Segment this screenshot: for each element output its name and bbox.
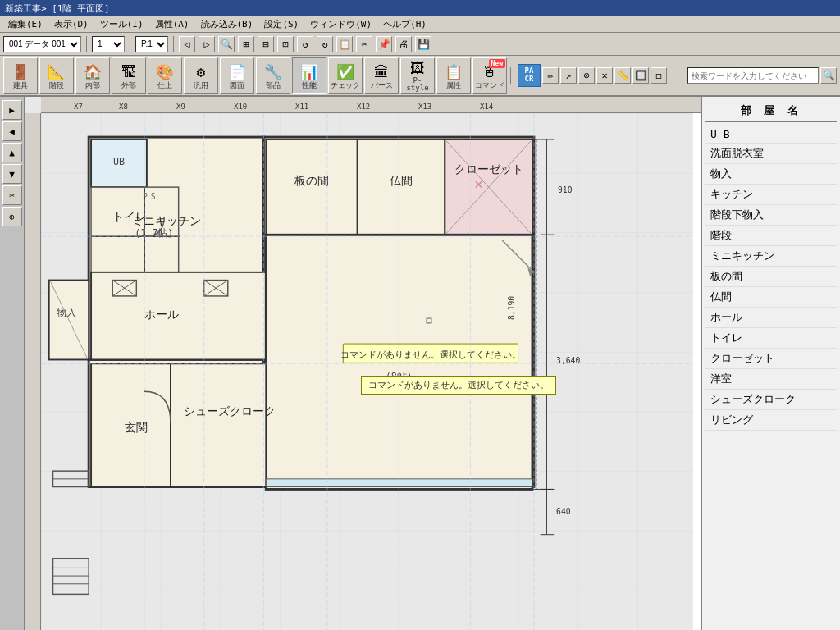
room-item-13[interactable]: シューズクローク: [705, 390, 837, 410]
left-tool-5[interactable]: ✂: [2, 185, 22, 205]
monoiri-label: 物入: [57, 307, 76, 318]
left-tool-4[interactable]: ▼: [2, 164, 22, 184]
search-input[interactable]: [687, 67, 819, 84]
room-item-9[interactable]: ホール: [705, 308, 837, 328]
tb-icon-12[interactable]: 🖨: [395, 36, 412, 52]
rt-icon-1[interactable]: ✏: [542, 67, 559, 84]
menu-help[interactable]: ヘルプ(H): [378, 16, 431, 32]
tb-icon-4[interactable]: ⊞: [238, 36, 254, 52]
room-list-header: 部 屋 名: [705, 100, 837, 122]
room-item-1[interactable]: 洗面脱衣室: [705, 144, 837, 164]
tool-shiage[interactable]: 🎨 仕上: [148, 57, 182, 94]
tb-icon-1[interactable]: ◁: [179, 36, 195, 52]
sep3: [173, 36, 174, 52]
room-item-2[interactable]: 物入: [705, 164, 837, 185]
buhin-label: 部品: [266, 82, 281, 89]
page-combo[interactable]: P.1: [135, 36, 168, 52]
tb-icon-10[interactable]: ✂: [356, 36, 372, 52]
dim-910: 910: [558, 185, 573, 194]
room-item-14[interactable]: リビング: [705, 410, 837, 431]
left-panel: ▶ ◀ ▲ ▼ ✂ ⊕: [0, 97, 25, 630]
menu-attr[interactable]: 属性(A): [150, 16, 194, 32]
tb-icon-11[interactable]: 📌: [376, 36, 392, 52]
tb-icon-13[interactable]: 💾: [415, 36, 431, 52]
pa-cr-button[interactable]: PA CR: [518, 64, 541, 87]
tb-icon-9[interactable]: 📋: [336, 36, 353, 52]
room-item-10[interactable]: トイレ: [705, 328, 837, 349]
left-tool-2[interactable]: ◀: [2, 121, 22, 141]
check-label: チェック: [331, 82, 360, 89]
title-text: 新築工事> [1階 平面図]: [5, 2, 110, 15]
rt-icon-3[interactable]: ⊘: [578, 67, 595, 84]
menu-bar: 編集(E) 表示(D) ツール(I) 属性(A) 読み込み(B) 設定(S) ウ…: [0, 16, 840, 33]
tool-check[interactable]: ✅ チェック: [328, 57, 363, 94]
seino-label: 性能: [302, 82, 317, 89]
tool-pstyle[interactable]: 🖼 P-style: [400, 57, 435, 94]
menu-settings[interactable]: 設定(S): [259, 16, 304, 32]
kaidan-icon: 📐: [47, 62, 66, 81]
dim-8190: 8,190: [507, 296, 516, 320]
menu-import[interactable]: 読み込み(B): [196, 16, 258, 32]
search-bar: 🔍: [687, 67, 837, 84]
tool-kengu[interactable]: 🚪 建具: [3, 57, 38, 94]
room-item-11[interactable]: クローゼット: [705, 349, 837, 369]
rt-icon-6[interactable]: 🔲: [632, 67, 649, 84]
menu-view[interactable]: 表示(D): [49, 16, 94, 32]
right-panel: 部 屋 名 U B洗面脱衣室物入キッチン階段下物入階段ミニキッチン板の間仏間ホー…: [701, 97, 840, 630]
search-icon[interactable]: 🔍: [820, 67, 837, 84]
room-item-0[interactable]: U B: [705, 126, 837, 144]
buhin-icon: 🔧: [263, 62, 283, 81]
tb-icon-6[interactable]: ⊡: [277, 36, 294, 52]
minikitchen-label: ミニキッチン: [132, 214, 201, 227]
left-tool-6[interactable]: ⊕: [2, 207, 22, 226]
menu-tools[interactable]: ツール(I): [95, 16, 148, 32]
ruler-x8: X8: [119, 103, 128, 111]
room-item-8[interactable]: 仏間: [705, 287, 837, 308]
content-area: ▶ ◀ ▲ ▼ ✂ ⊕ X7 X8 X9 X10 X11 X12 X13 X14: [0, 97, 840, 630]
tool-pars[interactable]: 🏛 パース: [364, 57, 399, 94]
ruler-x9: X9: [176, 103, 185, 111]
room-item-3[interactable]: キッチン: [705, 185, 837, 205]
menu-edit[interactable]: 編集(E): [3, 16, 48, 32]
tool-zumen[interactable]: 📄 図面: [220, 57, 254, 94]
minikitchen-size: (1.7帖): [135, 227, 173, 239]
ruler-x7: X7: [74, 103, 83, 111]
tool-command-wrapper: 🖱 コマンド New: [472, 57, 507, 94]
rt-icon-2[interactable]: ↗: [560, 67, 577, 84]
tb-icon-2[interactable]: ▷: [199, 36, 215, 52]
butsuma-label: 仏間: [389, 174, 413, 187]
tb-icon-5[interactable]: ⊟: [258, 36, 274, 52]
menu-window[interactable]: ウィンドウ(W): [305, 16, 377, 32]
room-item-5[interactable]: 階段: [705, 226, 837, 246]
scale-combo[interactable]: 1: [92, 36, 125, 52]
room-item-4[interactable]: 階段下物入: [705, 205, 837, 226]
pars-label: パース: [371, 82, 393, 89]
tb-icon-8[interactable]: ↻: [317, 36, 333, 52]
room-item-12[interactable]: 洋室: [705, 369, 837, 390]
tool-seino[interactable]: 📊 性能: [292, 57, 326, 94]
left-tool-1[interactable]: ▶: [2, 100, 22, 120]
tool-banyo[interactable]: ⚙ 汎用: [184, 57, 218, 94]
tb-icon-7[interactable]: ↺: [297, 36, 313, 52]
tool-naibu[interactable]: 🏠 内部: [75, 57, 110, 94]
rt-icon-7[interactable]: ◻: [651, 67, 667, 84]
s-marker: S: [151, 192, 156, 201]
tool-kaidan[interactable]: 📐 階段: [39, 57, 74, 94]
rt-icon-4[interactable]: ✕: [596, 67, 613, 84]
tb-icon-3[interactable]: 🔍: [218, 36, 235, 52]
ruler-x12: X12: [357, 103, 370, 111]
project-combo[interactable]: 001 データ 001: [3, 36, 81, 52]
tool-gabu[interactable]: 🏗 外部: [112, 57, 146, 94]
gabu-label: 外部: [121, 82, 136, 89]
pstyle-label: P-style: [403, 77, 432, 92]
tool-buhin[interactable]: 🔧 部品: [256, 57, 290, 94]
tool-zokusei[interactable]: 📋 属性: [436, 57, 471, 94]
rt-icon-5[interactable]: 📏: [614, 67, 631, 84]
drawing-area[interactable]: X7 X8 X9 X10 X11 X12 X13 X14: [25, 97, 701, 630]
room-item-6[interactable]: ミニキッチン: [705, 246, 837, 267]
room-item-7[interactable]: 板の間: [705, 267, 837, 287]
floor-plan[interactable]: UB トイレ ミニキッチン (1.7帖) S P 板の間 仏間: [41, 113, 701, 630]
ruler-horizontal: X7 X8 X9 X10 X11 X12 X13 X14: [41, 97, 701, 113]
title-bar: 新築工事> [1階 平面図]: [0, 0, 840, 16]
left-tool-3[interactable]: ▲: [2, 143, 22, 162]
